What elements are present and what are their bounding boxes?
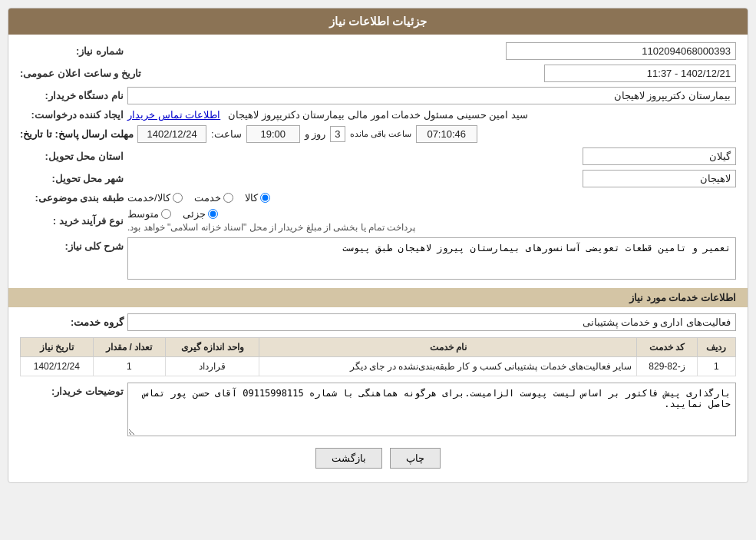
print-button[interactable]: چاپ	[390, 448, 441, 469]
creator-row: ایجاد کننده درخواست: اطلاعات تماس خریدار…	[20, 109, 736, 121]
city-row: شهر محل تحویل: لاهیجان	[20, 170, 736, 187]
announce-date-value: 1402/12/21 - 11:37	[145, 65, 736, 82]
jozei-radio[interactable]	[208, 209, 218, 219]
kala-khedmat-label: کالا/خدمت	[127, 192, 170, 204]
reply-days-label: روز و	[305, 128, 326, 140]
mutawaset-radio[interactable]	[161, 209, 171, 219]
back-button[interactable]: بازگشت	[315, 448, 382, 469]
kala-label: کالا	[245, 192, 258, 204]
col-code: کد خدمت	[637, 338, 697, 357]
city-value: لاهیجان	[127, 170, 736, 187]
table-body: 1 ز-82-829 سایر فعالیت‌های خدمات پشتیبان…	[21, 357, 736, 376]
category-radio-group: کالا/خدمت خدمت کالا	[127, 192, 736, 204]
table-row: 1 ز-82-829 سایر فعالیت‌های خدمات پشتیبان…	[21, 357, 736, 376]
announce-date-label: تاریخ و ساعت اعلان عمومی:	[20, 68, 145, 79]
reply-remaining-field: 07:10:46	[416, 125, 477, 143]
province-field: گیلان	[583, 147, 736, 165]
creator-label: ایجاد کننده درخواست:	[20, 109, 127, 121]
need-number-value: 1102094068000393	[127, 42, 736, 60]
purchase-type-container: متوسط جزئی پرداخت تمام یا بخشی از مبلغ خ…	[127, 208, 736, 233]
org-name-label: نام دستگاه خریدار:	[20, 90, 127, 101]
main-container: جزئیات اطلاعات نیاز شماره نیاز: 11020940…	[8, 8, 748, 483]
purchase-type-value: متوسط جزئی پرداخت تمام یا بخشی از مبلغ خ…	[127, 208, 736, 233]
cell-name: سایر فعالیت‌های خدمات پشتیبانی کسب و کار…	[259, 357, 637, 376]
need-desc-label: شرح کلی نیاز:	[20, 237, 127, 252]
col-date: تاریخ نیاز	[21, 338, 94, 357]
announce-date-field: 1402/12/21 - 11:37	[544, 65, 736, 82]
khedmat-radio[interactable]	[223, 193, 233, 203]
services-section-header: اطلاعات خدمات مورد نیاز	[8, 288, 748, 307]
service-group-label: گروه خدمت:	[20, 316, 127, 328]
buyer-desc-row: توضیحات خریدار:	[20, 383, 736, 439]
need-desc-value	[127, 237, 736, 282]
contact-link[interactable]: اطلاعات تماس خریدار	[127, 109, 220, 121]
cell-unit: قرارداد	[166, 357, 259, 376]
reply-time-label: ساعت:	[211, 128, 242, 140]
service-group-row: گروه خدمت: فعالیت‌های اداری و خدمات پشتی…	[20, 313, 736, 331]
need-number-field: 1102094068000393	[506, 42, 736, 60]
reply-date-field: 1402/12/24	[137, 125, 206, 143]
reply-deadline-label: مهلت ارسال پاسخ: تا تاریخ:	[20, 128, 137, 140]
page-header: جزئیات اطلاعات نیاز	[8, 8, 748, 35]
content-area: شماره نیاز: 1102094068000393 تاریخ و ساع…	[8, 35, 748, 482]
creator-name: سید امین حسینی مسئول خدمات امور مالی بیم…	[228, 109, 528, 121]
col-row: ردیف	[697, 338, 735, 357]
reply-time-field: 19:00	[246, 125, 300, 143]
category-option-kala-khedmat: کالا/خدمت	[127, 192, 183, 204]
reply-deadline-fields: 1402/12/24 ساعت: 19:00 روز و 3 ساعت باقی…	[137, 125, 736, 143]
province-label: استان محل تحویل:	[20, 151, 127, 162]
cell-quantity: 1	[93, 357, 165, 376]
category-value: کالا/خدمت خدمت کالا	[127, 192, 736, 204]
city-field: لاهیجان	[583, 170, 736, 187]
purchase-option-mutawaset: متوسط	[127, 208, 171, 220]
services-table: ردیف کد خدمت نام خدمت واحد اندازه گیری ت…	[20, 337, 736, 376]
cell-row: 1	[697, 357, 735, 376]
purchase-radio-group: متوسط جزئی	[127, 208, 218, 220]
jozei-label: جزئی	[183, 208, 206, 220]
page-wrapper: جزئیات اطلاعات نیاز شماره نیاز: 11020940…	[0, 0, 756, 540]
category-label: طبقه بندی موضوعی:	[20, 192, 127, 204]
category-row: طبقه بندی موضوعی: کالا/خدمت خدمت کالا	[20, 192, 736, 204]
buyer-desc-label: توضیحات خریدار:	[20, 383, 127, 397]
purchase-note: پرداخت تمام یا بخشی از مبلغ خریدار از مح…	[127, 222, 415, 233]
buttons-row: چاپ بازگشت	[20, 448, 736, 469]
reply-remaining-label: ساعت باقی مانده	[350, 129, 411, 139]
cell-code: ز-82-829	[637, 357, 697, 376]
org-name-row: نام دستگاه خریدار: بیمارستان دکتریپروز ل…	[20, 87, 736, 104]
table-header-row: ردیف کد خدمت نام خدمت واحد اندازه گیری ت…	[21, 338, 736, 357]
col-name: نام خدمت	[259, 338, 637, 357]
province-row: استان محل تحویل: گیلان	[20, 147, 736, 165]
purchase-option-jozei: جزئی	[183, 208, 218, 220]
need-desc-row: شرح کلی نیاز:	[20, 237, 736, 282]
org-name-field: بیمارستان دکتریپروز لاهیجان	[127, 87, 736, 104]
buyer-desc-field[interactable]	[127, 383, 736, 436]
org-name-value: بیمارستان دکتریپروز لاهیجان	[127, 87, 736, 104]
reply-deadline-row: مهلت ارسال پاسخ: تا تاریخ: 1402/12/24 سا…	[20, 125, 736, 143]
kala-radio[interactable]	[260, 193, 270, 203]
page-title: جزئیات اطلاعات نیاز	[329, 15, 427, 28]
purchase-type-row: نوع فرآیند خرید : متوسط جزئی	[20, 208, 736, 233]
need-number-row: شماره نیاز: 1102094068000393	[20, 42, 736, 60]
announce-date-row: تاریخ و ساعت اعلان عمومی: 1402/12/21 - 1…	[20, 65, 736, 82]
province-value: گیلان	[127, 147, 736, 165]
purchase-type-label: نوع فرآیند خرید :	[20, 215, 127, 227]
buyer-desc-value	[127, 383, 736, 439]
category-option-kala: کالا	[245, 192, 270, 204]
need-number-label: شماره نیاز:	[20, 45, 127, 57]
mutawaset-label: متوسط	[127, 208, 159, 220]
need-desc-field[interactable]	[127, 237, 736, 280]
creator-value: اطلاعات تماس خریدار سید امین حسینی مسئول…	[127, 109, 736, 121]
city-label: شهر محل تحویل:	[20, 173, 127, 184]
kala-khedmat-radio[interactable]	[173, 193, 183, 203]
category-option-khedmat: خدمت	[194, 192, 233, 204]
service-group-field: فعالیت‌های اداری و خدمات پشتیبانی	[127, 313, 736, 331]
cell-date: 1402/12/24	[21, 357, 94, 376]
table-head: ردیف کد خدمت نام خدمت واحد اندازه گیری ت…	[21, 338, 736, 357]
col-unit: واحد اندازه گیری	[166, 338, 259, 357]
col-quantity: تعداد / مقدار	[93, 338, 165, 357]
reply-days-field: 3	[330, 126, 345, 142]
khedmat-label: خدمت	[194, 192, 221, 204]
